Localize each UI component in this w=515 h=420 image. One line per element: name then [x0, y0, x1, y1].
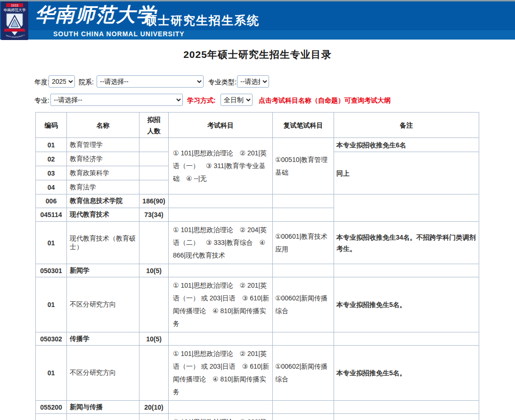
system-name: 硕士研究生招生系统: [145, 13, 260, 28]
exam-subjects-cell[interactable]: ① 101|思想政治理论 ② 201|英语（一） 或 203|日语 ③ 610|…: [169, 346, 273, 401]
code-cell: 01: [36, 138, 67, 152]
quota-cell: 10(5): [139, 332, 169, 346]
major-label: 专业:: [34, 97, 49, 105]
table-header-row: 编码 名称 拟招人数 考试科目 复试笔试科目 备注: [36, 113, 479, 138]
retest-subjects-cell[interactable]: ①00603|新闻传播学综合: [273, 414, 334, 420]
code-cell: 01: [36, 346, 67, 401]
quota-cell: [139, 346, 169, 401]
col-header-exam-subjects: 考试科目: [169, 113, 273, 138]
university-name-en: SOUTH CHINA NORMAL UNIVERSITY: [53, 30, 185, 38]
code-cell: 04: [36, 180, 67, 194]
exam-syllabus-note: 点击考试科目名称（自命题）可查询考试大纲: [259, 97, 391, 105]
table-row-major: 050301 新闻学 10(5): [36, 264, 479, 277]
code-cell: 03: [36, 166, 67, 180]
remark-cell: [334, 264, 479, 277]
quota-cell: [139, 277, 169, 332]
remark-cell: 本专业拟招推免生5名。: [334, 346, 479, 401]
remark-cell: [334, 401, 479, 414]
remark-cell: [334, 332, 479, 346]
remark-cell: 本专业拟招收推免生34名。不招跨学科门类调剂考生。: [334, 222, 479, 264]
remark-cell: 本专业拟招推免生10名。: [334, 414, 479, 420]
quota-cell: [139, 152, 169, 166]
name-cell: 新闻学: [67, 264, 139, 277]
major-type-label: 专业类型:: [208, 78, 237, 87]
svg-text:华南师范大学: 华南师范大学: [3, 8, 26, 12]
retest-subjects-cell[interactable]: ①00602|新闻传播综合: [273, 277, 334, 332]
retest-subjects-cell: [273, 208, 334, 222]
quota-cell: [139, 138, 169, 152]
exam-subjects-cell: [169, 194, 273, 208]
name-cell: 教育法学: [67, 180, 139, 194]
code-cell: 01: [36, 414, 67, 420]
svg-text:1933: 1933: [11, 4, 18, 7]
col-header-retest-subjects: 复试笔试科目: [273, 113, 334, 138]
exam-subjects-cell: [169, 332, 273, 346]
exam-subjects-cell: [169, 264, 273, 277]
exam-subjects-cell[interactable]: ① 101|思想政治理论 ② 204|英语（二） ③ 333|教育综合 ④ 86…: [169, 222, 273, 264]
retest-subjects-cell[interactable]: ①00601|教育技术应用: [273, 222, 334, 264]
table-row: 01 现代教育技术（教育硕士） ① 101|思想政治理论 ② 204|英语（二）…: [36, 222, 479, 264]
retest-subjects-cell: [273, 401, 334, 414]
code-cell: 01: [36, 277, 67, 332]
col-header-name: 名称: [67, 113, 139, 138]
quota-cell: 10(5): [139, 264, 169, 277]
catalog-table: 编码 名称 拟招人数 考试科目 复试笔试科目 备注 01 教育管理学 ① 101…: [35, 112, 479, 420]
code-cell: 045114: [36, 208, 67, 222]
university-crest-icon: 1933 华南师范大学 SOUTH CHINA NORMAL UNIVERSIT…: [1, 1, 28, 40]
remark-cell: 同上: [334, 152, 479, 194]
table-row: 01 教育管理学 ① 101|思想政治理论 ② 201|英语（一） ③ 311|…: [36, 138, 479, 152]
code-cell: 055200: [36, 401, 67, 414]
quota-cell: [139, 414, 169, 420]
retest-subjects-cell: [273, 264, 334, 277]
university-name-cn: 华南师范大学: [35, 2, 156, 28]
retest-subjects-cell: [273, 332, 334, 346]
col-header-remarks: 备注: [334, 113, 479, 138]
name-cell: 教育管理学: [67, 138, 139, 152]
table-row: 01 不区分研究方向 ① 101|思想政治理论 ② 201|英语（一） 或 20…: [36, 346, 479, 401]
remark-cell: 本专业拟招推免生5名。: [334, 277, 479, 332]
table-row-department: 006 教育信息技术学院 186(90): [36, 194, 479, 208]
page: 1933 华南师范大学 SOUTH CHINA NORMAL UNIVERSIT…: [0, 0, 515, 420]
exam-subjects-cell[interactable]: ① 101|思想政治理论 ② 203|日语 或 204|英语（二） ③ 334|…: [169, 414, 273, 420]
name-cell: 现代教育技术（教育硕士）: [67, 222, 139, 264]
table-row-major: 055200 新闻与传播 20(10): [36, 401, 479, 414]
study-mode-label: 学习方式:: [187, 97, 216, 105]
retest-subjects-cell[interactable]: ①00510|教育管理基础: [273, 138, 334, 194]
table-row: 01 不区分研究方向 ① 101|思想政治理论 ② 201|英语（一） 或 20…: [36, 277, 479, 332]
name-cell: 不区分研究方向: [67, 346, 139, 401]
exam-subjects-cell[interactable]: ① 101|思想政治理论 ② 201|英语（一） ③ 311|教育学专业基础 ④…: [169, 138, 273, 194]
code-cell: 02: [36, 152, 67, 166]
name-cell: 教育政策科学: [67, 166, 139, 180]
quota-cell: 186(90): [139, 194, 169, 208]
code-cell: 006: [36, 194, 67, 208]
table-row-major: 050302 传播学 10(5): [36, 332, 479, 346]
exam-subjects-cell: [169, 401, 273, 414]
col-header-code: 编码: [36, 113, 67, 138]
table-row: 01 新闻与传播 ① 101|思想政治理论 ② 203|日语 或 204|英语（…: [36, 414, 479, 420]
name-cell: 新闻与传播: [67, 414, 139, 420]
exam-subjects-cell: [169, 208, 273, 222]
name-cell: 新闻与传播: [67, 401, 139, 414]
department-select[interactable]: --请选择--: [97, 75, 204, 88]
year-label: 年度:: [34, 78, 49, 87]
quota-cell: 20(10): [139, 401, 169, 414]
major-select[interactable]: --请选择--: [50, 94, 183, 106]
year-select[interactable]: 2025: [49, 75, 75, 88]
quota-cell: [139, 180, 169, 194]
code-cell: 01: [36, 222, 67, 264]
retest-subjects-cell[interactable]: ①00602|新闻传播综合: [273, 346, 334, 401]
name-cell: 现代教育技术: [67, 208, 139, 222]
name-cell: 教育经济学: [67, 152, 139, 166]
remark-cell: [334, 194, 479, 222]
major-type-select[interactable]: --请选择--: [237, 75, 269, 88]
department-label: 院系:: [79, 78, 94, 87]
name-cell: 不区分研究方向: [67, 277, 139, 332]
name-cell: 教育信息技术学院: [67, 194, 139, 208]
study-mode-select[interactable]: 全日制: [221, 94, 253, 106]
code-cell: 050302: [36, 332, 67, 346]
retest-subjects-cell: [273, 194, 334, 208]
quota-cell: 73(34): [139, 208, 169, 222]
remark-cell: 本专业拟招收推免生6名: [334, 138, 479, 152]
col-header-quota: 拟招人数: [139, 113, 169, 138]
exam-subjects-cell[interactable]: ① 101|思想政治理论 ② 201|英语（一） 或 203|日语 ③ 610|…: [169, 277, 273, 332]
